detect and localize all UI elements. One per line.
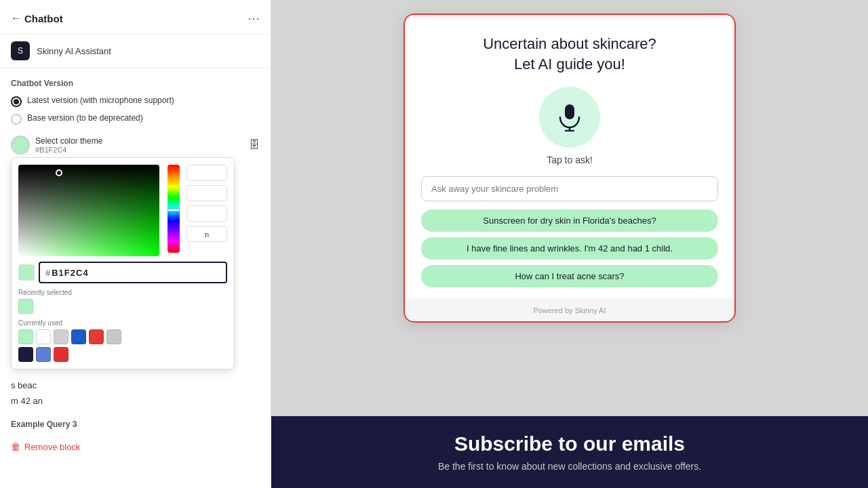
trash-icon: 🗑 xyxy=(11,441,20,452)
opacity-row-4: n xyxy=(186,226,227,242)
radio-latest-label: Latest version (with microphone support) xyxy=(27,95,174,106)
tap-to-ask-label: Tap to ask! xyxy=(547,155,593,165)
opacity-value-1[interactable] xyxy=(186,165,227,181)
example-query-3-label: Example Query 3 xyxy=(11,420,260,429)
current-swatch-1[interactable] xyxy=(36,329,51,344)
opacity-value-4[interactable]: n xyxy=(186,226,227,242)
hue-handle xyxy=(167,209,180,211)
current-swatch-8[interactable] xyxy=(54,347,68,362)
gradient-canvas[interactable] xyxy=(18,165,159,256)
suggestion-pill-2[interactable]: How can I treat acne scars? xyxy=(421,265,718,287)
subscribe-banner: Subscribe to our emails Be the first to … xyxy=(271,416,868,488)
hue-strip[interactable] xyxy=(167,165,180,253)
opacity-row-3 xyxy=(186,205,227,222)
partial-age-text: m 42 an xyxy=(11,393,260,409)
chat-body: Uncertain about skincare? Let AI guide y… xyxy=(405,19,734,298)
radio-base-circle xyxy=(11,114,22,125)
color-hex-small: #B1F2C4 xyxy=(35,146,102,154)
current-swatch-7[interactable] xyxy=(36,347,51,362)
panel-title: Chatbot xyxy=(24,13,63,24)
more-button[interactable]: ⋯ xyxy=(248,11,260,26)
radio-base-label: Base version (to be deprecated) xyxy=(27,113,143,124)
current-swatch-2[interactable] xyxy=(54,329,68,344)
picker-top-row: n xyxy=(18,165,227,256)
currently-swatches-row-1 xyxy=(18,329,227,344)
right-panel: Uncertain about skincare? Let AI guide y… xyxy=(271,0,868,488)
mic-button[interactable] xyxy=(539,87,600,148)
hue-strip-container xyxy=(167,165,180,256)
remove-block-label: Remove block xyxy=(24,442,80,452)
partial-beach-text: s beac xyxy=(11,378,260,393)
current-swatch-4[interactable] xyxy=(89,329,104,344)
database-icon[interactable]: 🗄 xyxy=(249,139,260,151)
remove-block-row[interactable]: 🗑 Remove block xyxy=(11,436,260,458)
subscribe-subtitle: Be the first to know about new collectio… xyxy=(298,461,841,472)
radio-latest[interactable]: Latest version (with microphone support) xyxy=(11,95,260,107)
mic-icon xyxy=(557,103,582,131)
recently-swatches-row xyxy=(18,299,227,314)
currently-swatches-row-2 xyxy=(18,347,227,362)
panel-header-left: ← Chatbot xyxy=(11,12,63,24)
assistant-row: S Skinny AI Assistant xyxy=(0,35,271,68)
gradient-bg xyxy=(18,165,159,256)
currently-label: Currently used xyxy=(18,319,227,327)
gradient-handle[interactable] xyxy=(56,169,62,176)
back-arrow-icon: ← xyxy=(11,12,22,24)
recently-label: Recently selected xyxy=(18,289,227,296)
color-theme-label: Select color theme xyxy=(35,136,102,146)
radio-group: Latest version (with microphone support)… xyxy=(11,95,260,125)
example-query-section: Example Query 3 🗑 Remove block xyxy=(11,420,260,458)
panel-header: ← Chatbot ⋯ xyxy=(0,0,271,35)
current-swatch-3[interactable] xyxy=(71,329,86,344)
suggestion-pill-0[interactable]: Sunscreen for dry skin in Florida's beac… xyxy=(421,209,718,232)
current-swatch-0[interactable] xyxy=(18,329,33,344)
radio-base[interactable]: Base version (to be deprecated) xyxy=(11,113,260,125)
color-theme-info: Select color theme #B1F2C4 xyxy=(35,136,102,154)
chatbot-card: Uncertain about skincare? Let AI guide y… xyxy=(403,14,736,323)
suggestion-pill-1[interactable]: I have fine lines and wrinkles. I'm 42 a… xyxy=(421,237,718,260)
powered-by-text: Powered by Skinny AI xyxy=(533,306,606,314)
color-picker-popup: n # B1F2C4 Recently selected Currently u… xyxy=(11,157,235,369)
chat-footer: Powered by Skinny AI xyxy=(405,298,734,321)
chatbot-version-label: Chatbot Version xyxy=(11,79,260,88)
hex-hash: # xyxy=(45,268,50,278)
color-swatch-main[interactable] xyxy=(11,136,30,155)
hex-input-field[interactable]: # B1F2C4 xyxy=(39,262,227,283)
opacity-row-1 xyxy=(186,165,227,181)
current-swatch-5[interactable] xyxy=(106,329,121,344)
radio-latest-circle xyxy=(11,96,22,107)
svg-rect-0 xyxy=(565,104,574,119)
currently-section: Currently used xyxy=(18,319,227,362)
suggestion-pills: Sunscreen for dry skin in Florida's beac… xyxy=(421,209,718,287)
color-theme-row: Select color theme #B1F2C4 🗄 xyxy=(11,136,260,155)
color-theme-left: Select color theme #B1F2C4 xyxy=(11,136,102,155)
opacity-row-2 xyxy=(186,185,227,201)
current-swatch-6[interactable] xyxy=(18,347,33,362)
assistant-icon: S xyxy=(11,41,30,60)
color-swatch-hex[interactable] xyxy=(18,264,35,281)
chat-title-line1: Uncertain about skincare? xyxy=(483,35,656,53)
search-input[interactable] xyxy=(421,176,718,201)
opacity-value-3[interactable] xyxy=(186,205,227,222)
partial-content: s beac m 42 an xyxy=(11,378,260,409)
hex-input-row: # B1F2C4 xyxy=(18,262,227,283)
recent-swatch-0[interactable] xyxy=(18,299,33,314)
panel-body: Chatbot Version Latest version (with mic… xyxy=(0,68,271,488)
left-panel: ← Chatbot ⋯ S Skinny AI Assistant Chatbo… xyxy=(0,0,271,488)
opacity-inputs: n xyxy=(186,165,227,256)
recently-section: Recently selected xyxy=(18,289,227,314)
subscribe-title: Subscribe to our emails xyxy=(298,432,841,455)
hex-value: B1F2C4 xyxy=(52,268,88,278)
chat-title-line2: Let AI guide you! xyxy=(514,56,625,73)
opacity-value-2[interactable] xyxy=(186,185,227,201)
assistant-name: Skinny AI Assistant xyxy=(37,46,111,56)
back-button[interactable]: ← Chatbot xyxy=(11,12,63,24)
